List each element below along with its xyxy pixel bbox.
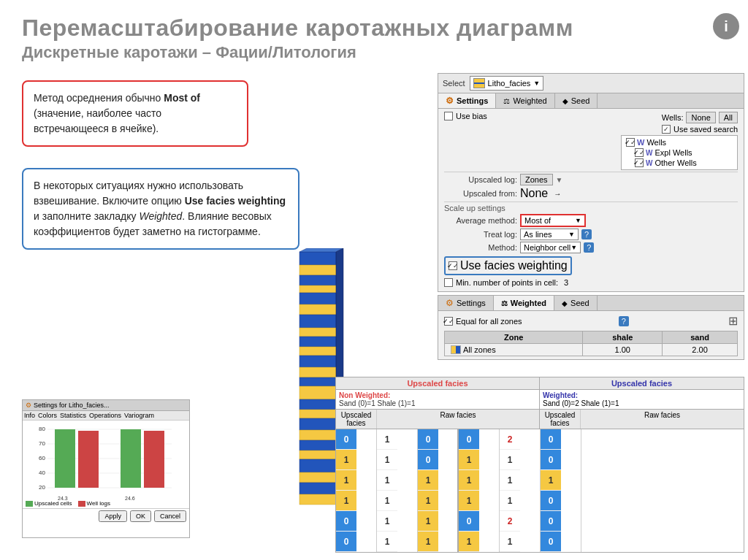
left-raw1-4: 1 — [377, 511, 397, 532]
grid-sub-header: Non Weighted: Sand (0)=1 Shale (1)=1 Wei… — [336, 390, 744, 410]
hist-btn-colors[interactable]: Colors — [38, 412, 57, 419]
right-raw1-3: 1 — [500, 491, 520, 511]
use-saved-search-checkbox[interactable] — [662, 125, 671, 134]
tab2-settings[interactable]: ⚙ Settings — [438, 296, 494, 310]
non-weighted-desc: Sand (0)=1 Shale (1)=1 — [339, 399, 536, 407]
svg-rect-10 — [299, 356, 336, 367]
tab-settings[interactable]: ⚙ Settings — [438, 93, 496, 108]
apply-button[interactable]: Apply — [99, 510, 127, 522]
tab-weighted[interactable]: ⚖ Weighted — [496, 93, 554, 108]
svg-rect-11 — [299, 367, 336, 377]
left-raw2-0: 0 — [418, 429, 438, 450]
all-zones-label: All zones — [463, 345, 496, 354]
expl-cb[interactable]: ✓ — [635, 148, 644, 157]
scale-up-label: Scale up settings — [444, 204, 505, 212]
grid-header-right: Upscaled facies — [540, 377, 744, 389]
method-help[interactable]: ? — [584, 242, 594, 253]
litho-icon — [473, 78, 485, 88]
grid-header: Upscaled facies Upscaled facies — [336, 377, 744, 390]
treat-log-select[interactable]: As lines ▼ — [520, 229, 579, 240]
callout-blue-text2: и заполните закладку — [34, 210, 139, 222]
other-cb[interactable]: ✓ — [635, 158, 644, 167]
svg-rect-38 — [121, 429, 141, 488]
min-number-checkbox[interactable] — [444, 278, 453, 287]
svg-rect-8 — [299, 337, 336, 347]
shale-value[interactable]: 1.00 — [583, 344, 663, 356]
histogram-chart: 80 70 60 40 20 24.3 24.6 Upscaled — [23, 421, 189, 508]
use-bias-row: Use bias — [444, 112, 487, 120]
ok-button[interactable]: OK — [130, 510, 151, 522]
upscaled-facies-right-label: Upscaled facies — [611, 379, 672, 388]
use-facies-weighting-row: ✓ Use facies weighting — [444, 256, 572, 275]
histogram-title-bar: ⚙ Settings for Litho_facies... — [23, 400, 189, 411]
method-value: Neighbor cell — [524, 243, 570, 252]
expl-icon: W — [646, 149, 652, 157]
callout-blue-bold1: Use facies weighting — [185, 195, 286, 207]
svg-rect-12 — [299, 377, 336, 386]
zones-button[interactable]: Zones — [520, 174, 553, 185]
none-button[interactable]: None — [686, 112, 715, 123]
left-raw1-0: 1 — [377, 429, 397, 450]
grid-sub-right: Weighted: Sand (0)=2 Shale (1)=1 — [540, 390, 744, 409]
svg-rect-37 — [78, 431, 99, 488]
upscaled-col-left: Upscaledfacies — [336, 410, 377, 429]
hist-btn-variogram[interactable]: Variogram — [124, 412, 154, 419]
svg-rect-16 — [299, 418, 336, 430]
weighted-tabs: ⚙ Settings ⚖ Weighted ◆ Seed — [438, 296, 744, 311]
svg-rect-7 — [299, 328, 336, 337]
hist-btn-statistics[interactable]: Statistics — [60, 412, 86, 419]
expand-button[interactable]: ⊞ — [728, 314, 738, 328]
upscaled-from-label: Upscaled from: — [444, 189, 517, 198]
right-upscaled-3: 1 — [459, 491, 479, 511]
svg-rect-22 — [299, 483, 336, 494]
scale-up-row: Scale up settings — [444, 204, 738, 212]
right-upscaled-1: 1 — [459, 450, 479, 470]
weighted-help[interactable]: ? — [619, 316, 629, 326]
litho-dropdown-arrow[interactable]: ▼ — [533, 80, 540, 87]
histogram-buttons: Apply OK Cancel — [23, 508, 189, 523]
average-method-label: Average method: — [444, 216, 517, 225]
title-area: Перемасштабирование каротажных диаграмм … — [22, 15, 726, 62]
tab-seed[interactable]: ◆ Seed — [555, 93, 598, 108]
method-select[interactable]: Neighbor cell ▼ — [520, 242, 581, 253]
wells-cb[interactable]: ✓ — [626, 138, 635, 147]
sand-value[interactable]: 2.00 — [663, 344, 738, 356]
wells-tree-item-expl: ✓ W Expl Wells — [623, 147, 736, 158]
expand-icon[interactable]: ▼ — [556, 176, 563, 184]
tab-weighted-label: Weighted — [513, 96, 546, 105]
right-raw2-1: 0 — [541, 450, 561, 470]
svg-rect-14 — [299, 399, 336, 410]
cancel-button[interactable]: Cancel — [154, 510, 186, 522]
treat-log-arrow: ▼ — [568, 231, 575, 238]
info-icon[interactable]: i — [713, 13, 739, 39]
select-label: Select — [443, 79, 465, 88]
callout-red-bold: Most of — [164, 92, 200, 104]
treat-log-help[interactable]: ? — [581, 229, 592, 239]
wells-tree-item-other: ✓ W Other Wells — [623, 158, 736, 168]
tab2-seed[interactable]: ◆ Seed — [554, 296, 598, 310]
main-title: Перемасштабирование каротажных диаграмм — [22, 15, 726, 42]
left-upscaled-col: 0 1 1 1 0 0 — [336, 429, 377, 552]
facies-weighting-checkbox[interactable]: ✓ — [449, 261, 457, 270]
hist-btn-info[interactable]: Info — [24, 412, 35, 419]
right-column: Select Litho_facies ▼ ⚙ Settings ⚖ Weigh… — [438, 73, 744, 363]
raw-facies-left-header: Raw facies — [377, 410, 539, 429]
divider1 — [444, 172, 738, 172]
left-raw1-col: 1 1 1 1 1 1 — [377, 429, 418, 552]
arrow-right-icon: → — [554, 190, 561, 198]
histogram-settings-icon: ⚙ — [26, 402, 31, 409]
upscaled-log-row: Upscaled log: Zones ▼ — [444, 174, 738, 185]
all-button[interactable]: All — [719, 112, 738, 123]
right-upscaled-col: 0 1 1 1 0 1 — [459, 429, 500, 552]
average-method-select[interactable]: Most of ▼ — [520, 214, 586, 227]
tab2-weighted[interactable]: ⚖ Weighted — [494, 296, 554, 310]
litho-select[interactable]: Litho_facies ▼ — [470, 76, 544, 91]
equal-zones-label: Equal for all zones — [456, 317, 522, 326]
seed-icon: ◆ — [562, 97, 568, 105]
equal-zones-checkbox[interactable]: ✓ — [444, 317, 453, 326]
left-upscaled-4: 0 — [336, 511, 356, 532]
upscaled-facies-left-label: Upscaled facies — [407, 379, 468, 388]
use-bias-checkbox[interactable] — [444, 112, 453, 120]
hist-btn-operations[interactable]: Operations — [89, 412, 121, 419]
right-upscaled-4: 0 — [459, 511, 479, 532]
